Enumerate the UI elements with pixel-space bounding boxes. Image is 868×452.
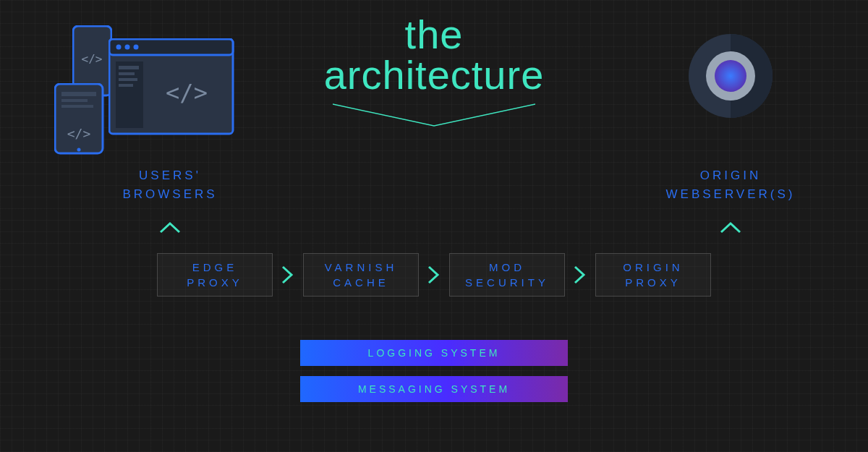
browser-window-icon: </> [109,38,235,136]
chevron-up-icon [159,221,181,235]
title-chevron-down-icon [333,101,535,130]
svg-rect-16 [119,72,135,75]
users-browsers-label: USERS' BROWSERS [112,166,228,203]
svg-point-13 [134,45,139,50]
origin-webservers-label: ORIGIN WEBSERVER(S) [665,166,796,203]
chevron-right-icon [280,264,296,286]
svg-rect-5 [61,99,88,102]
architecture-flow: EDGE PROXY VARNISH CACHE MOD SECURITY OR… [0,253,868,297]
flow-line: PROXY [187,276,243,289]
flow-line: MOD [489,261,525,273]
flow-line: ORIGIN [623,261,683,273]
svg-rect-14 [116,61,143,128]
svg-rect-18 [119,84,133,87]
flow-box-origin-proxy: ORIGIN PROXY [595,253,711,297]
svg-point-11 [116,45,122,50]
bar-label: LOGGING SYSTEM [368,347,501,359]
title-line-1: the [324,14,545,55]
svg-point-12 [125,45,130,50]
svg-rect-15 [119,66,139,69]
flow-box-mod-security: MOD SECURITY [449,253,565,297]
origin-server-icon [687,33,774,119]
flow-line: EDGE [192,261,238,273]
label-line: BROWSERS [122,187,217,201]
messaging-system-bar: MESSAGING SYSTEM [300,376,568,402]
svg-rect-4 [61,92,96,96]
chevron-right-icon [572,264,588,286]
logging-system-bar: LOGGING SYSTEM [300,340,568,366]
svg-text:</>: </> [166,79,208,106]
flow-box-varnish-cache: VARNISH CACHE [303,253,419,297]
svg-point-22 [715,60,746,92]
tablet-icon: </> [54,83,105,155]
chevron-up-icon [720,221,741,235]
flow-line: VARNISH [325,261,398,273]
flow-line: CACHE [333,276,389,289]
bar-label: MESSAGING SYSTEM [358,383,510,395]
flow-line: SECURITY [465,276,549,289]
svg-text:</>: </> [82,52,103,66]
users-devices-illustration: </> </> </> [69,25,235,155]
chevron-right-icon [426,264,442,286]
svg-text:</>: </> [67,126,91,141]
flow-box-edge-proxy: EDGE PROXY [157,253,273,297]
label-line: USERS' [139,169,201,182]
flow-line: PROXY [625,276,681,289]
label-line: ORIGIN [700,169,761,182]
svg-rect-17 [119,78,137,81]
svg-point-8 [77,148,81,152]
svg-rect-6 [61,105,93,108]
label-line: WEBSERVER(S) [666,187,796,201]
title-line-2: architecture [324,55,545,95]
diagram-title: the architecture [324,14,545,95]
